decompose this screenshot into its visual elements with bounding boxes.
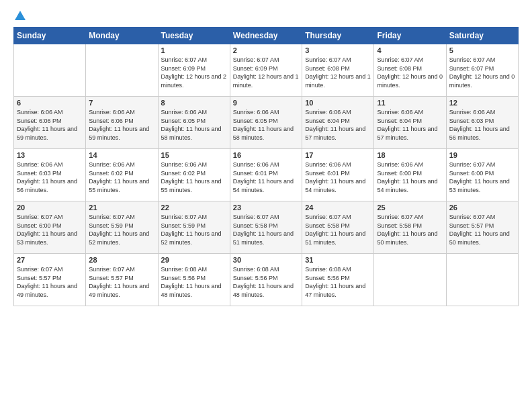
calendar-cell: 26Sunrise: 6:07 AMSunset: 5:57 PMDayligh… [446,201,518,254]
day-number: 22 [161,203,227,212]
cell-info: Sunrise: 6:06 AMSunset: 6:04 PMDaylight:… [305,109,365,141]
cell-info: Sunrise: 6:08 AMSunset: 5:56 PMDaylight:… [305,266,365,298]
weekday-header-sunday: Sunday [14,28,86,44]
cell-info: Sunrise: 6:06 AMSunset: 6:01 PMDaylight:… [305,161,365,193]
cell-info: Sunrise: 6:08 AMSunset: 5:56 PMDaylight:… [233,266,294,298]
weekday-header-tuesday: Tuesday [158,28,230,44]
cell-info: Sunrise: 6:06 AMSunset: 6:06 PMDaylight:… [17,109,77,141]
weekday-header-friday: Friday [374,28,446,44]
weekday-header-wednesday: Wednesday [230,28,302,44]
calendar-cell: 20Sunrise: 6:07 AMSunset: 6:00 PMDayligh… [14,201,86,254]
calendar-cell: 28Sunrise: 6:07 AMSunset: 5:57 PMDayligh… [86,254,158,306]
calendar-cell: 18Sunrise: 6:06 AMSunset: 6:00 PMDayligh… [374,149,446,201]
cell-info: Sunrise: 6:07 AMSunset: 5:58 PMDaylight:… [233,214,294,246]
day-number: 25 [377,203,443,212]
day-number: 6 [17,99,83,107]
day-number: 5 [449,46,515,54]
cell-info: Sunrise: 6:06 AMSunset: 6:04 PMDaylight:… [377,109,437,141]
calendar-cell: 8Sunrise: 6:06 AMSunset: 6:05 PMDaylight… [158,97,230,149]
day-number: 17 [305,151,371,159]
day-number: 7 [89,99,154,107]
day-number: 21 [89,203,154,212]
day-number: 19 [449,151,515,159]
day-number: 16 [233,151,299,159]
cell-info: Sunrise: 6:07 AMSunset: 5:59 PMDaylight:… [89,214,149,246]
cell-info: Sunrise: 6:07 AMSunset: 5:58 PMDaylight:… [377,214,437,246]
cell-info: Sunrise: 6:06 AMSunset: 6:00 PMDaylight:… [377,161,437,193]
day-number: 9 [233,99,299,107]
calendar-cell: 17Sunrise: 6:06 AMSunset: 6:01 PMDayligh… [302,149,374,201]
day-number: 11 [377,99,443,107]
week-row-1: 1Sunrise: 6:07 AMSunset: 6:09 PMDaylight… [14,44,519,97]
cell-info: Sunrise: 6:07 AMSunset: 5:57 PMDaylight:… [449,214,510,246]
day-number: 29 [161,256,227,264]
day-number: 14 [89,151,154,159]
cell-info: Sunrise: 6:06 AMSunset: 6:03 PMDaylight:… [449,109,510,141]
cell-info: Sunrise: 6:07 AMSunset: 5:59 PMDaylight:… [161,214,222,246]
calendar-cell: 29Sunrise: 6:08 AMSunset: 5:56 PMDayligh… [158,254,230,306]
day-number: 27 [17,256,83,264]
weekday-header-row: SundayMondayTuesdayWednesdayThursdayFrid… [14,28,519,44]
calendar-cell: 22Sunrise: 6:07 AMSunset: 5:59 PMDayligh… [158,201,230,254]
calendar-cell: 11Sunrise: 6:06 AMSunset: 6:04 PMDayligh… [374,97,446,149]
calendar-cell: 7Sunrise: 6:06 AMSunset: 6:06 PMDaylight… [86,97,158,149]
calendar-cell: 10Sunrise: 6:06 AMSunset: 6:04 PMDayligh… [302,97,374,149]
calendar-cell: 12Sunrise: 6:06 AMSunset: 6:03 PMDayligh… [446,97,518,149]
week-row-5: 27Sunrise: 6:07 AMSunset: 5:57 PMDayligh… [14,254,519,306]
day-number: 18 [377,151,443,159]
calendar-cell: 19Sunrise: 6:07 AMSunset: 6:00 PMDayligh… [446,149,518,201]
day-number: 28 [89,256,154,264]
day-number: 4 [377,46,443,54]
cell-info: Sunrise: 6:06 AMSunset: 6:01 PMDaylight:… [233,161,294,193]
calendar-cell [446,254,518,306]
calendar-cell: 6Sunrise: 6:06 AMSunset: 6:06 PMDaylight… [14,97,86,149]
day-number: 24 [305,203,371,212]
day-number: 8 [161,99,227,107]
day-number: 3 [305,46,371,54]
calendar-cell: 21Sunrise: 6:07 AMSunset: 5:59 PMDayligh… [86,201,158,254]
cell-info: Sunrise: 6:06 AMSunset: 6:02 PMDaylight:… [161,161,222,193]
calendar-cell: 2Sunrise: 6:07 AMSunset: 6:09 PMDaylight… [230,44,302,97]
calendar-cell: 16Sunrise: 6:06 AMSunset: 6:01 PMDayligh… [230,149,302,201]
calendar-cell: 3Sunrise: 6:07 AMSunset: 6:08 PMDaylight… [302,44,374,97]
cell-info: Sunrise: 6:07 AMSunset: 5:58 PMDaylight:… [305,214,365,246]
cell-info: Sunrise: 6:07 AMSunset: 6:08 PMDaylight:… [305,56,371,89]
calendar-cell: 25Sunrise: 6:07 AMSunset: 5:58 PMDayligh… [374,201,446,254]
calendar-cell: 1Sunrise: 6:07 AMSunset: 6:09 PMDaylight… [158,44,230,97]
cell-info: Sunrise: 6:07 AMSunset: 5:57 PMDaylight:… [17,266,77,298]
logo-icon [15,11,26,20]
weekday-header-thursday: Thursday [302,28,374,44]
week-row-2: 6Sunrise: 6:06 AMSunset: 6:06 PMDaylight… [14,97,519,149]
cell-info: Sunrise: 6:07 AMSunset: 5:57 PMDaylight:… [89,266,149,298]
week-row-3: 13Sunrise: 6:06 AMSunset: 6:03 PMDayligh… [14,149,519,201]
cell-info: Sunrise: 6:07 AMSunset: 6:00 PMDaylight:… [449,161,510,193]
weekday-header-monday: Monday [86,28,158,44]
day-number: 2 [233,46,299,54]
cell-info: Sunrise: 6:06 AMSunset: 6:06 PMDaylight:… [89,109,149,141]
day-number: 30 [233,256,299,264]
calendar-cell [14,44,86,97]
day-number: 31 [305,256,371,264]
cell-info: Sunrise: 6:08 AMSunset: 5:56 PMDaylight:… [161,266,222,298]
cell-info: Sunrise: 6:07 AMSunset: 6:00 PMDaylight:… [17,214,77,246]
weekday-header-saturday: Saturday [446,28,518,44]
calendar-cell: 13Sunrise: 6:06 AMSunset: 6:03 PMDayligh… [14,149,86,201]
page: SundayMondayTuesdayWednesdayThursdayFrid… [0,0,532,313]
header-area [13,12,519,21]
cell-info: Sunrise: 6:07 AMSunset: 6:09 PMDaylight:… [233,56,299,89]
cell-info: Sunrise: 6:07 AMSunset: 6:09 PMDaylight:… [161,56,227,89]
day-number: 1 [161,46,227,54]
day-number: 20 [17,203,83,212]
calendar-cell: 4Sunrise: 6:07 AMSunset: 6:08 PMDaylight… [374,44,446,97]
day-number: 15 [161,151,227,159]
calendar-cell: 23Sunrise: 6:07 AMSunset: 5:58 PMDayligh… [230,201,302,254]
calendar-cell [374,254,446,306]
cell-info: Sunrise: 6:06 AMSunset: 6:05 PMDaylight:… [233,109,294,141]
calendar-cell: 31Sunrise: 6:08 AMSunset: 5:56 PMDayligh… [302,254,374,306]
day-number: 23 [233,203,299,212]
day-number: 26 [449,203,515,212]
week-row-4: 20Sunrise: 6:07 AMSunset: 6:00 PMDayligh… [14,201,519,254]
calendar-cell: 14Sunrise: 6:06 AMSunset: 6:02 PMDayligh… [86,149,158,201]
day-number: 13 [17,151,83,159]
cell-info: Sunrise: 6:07 AMSunset: 6:07 PMDaylight:… [449,56,515,89]
